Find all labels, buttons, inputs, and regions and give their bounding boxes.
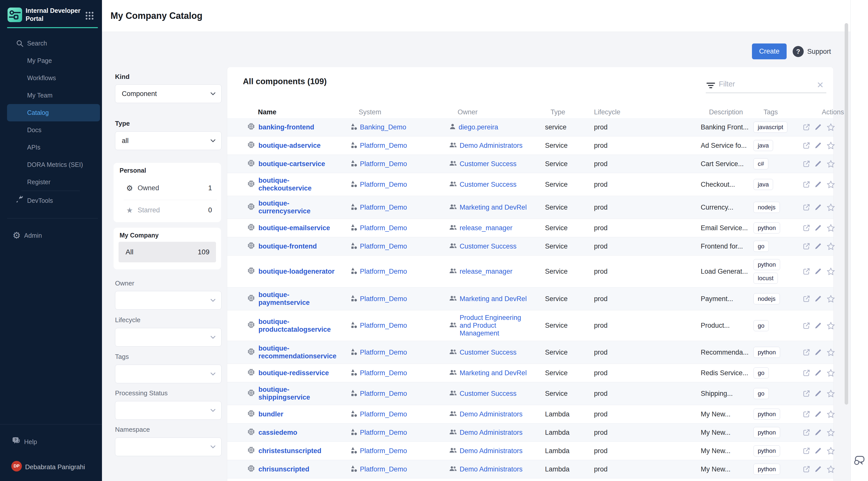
edit-pencil-icon[interactable] [814, 390, 823, 397]
type-select[interactable]: all [115, 131, 221, 150]
star-icon[interactable] [827, 295, 835, 303]
namespace-select[interactable] [115, 438, 221, 456]
open-in-new-icon[interactable] [802, 160, 810, 168]
star-icon[interactable] [827, 410, 835, 418]
column-header-name[interactable]: Name [227, 108, 350, 116]
star-icon[interactable] [827, 142, 835, 150]
owner-link[interactable]: Customer Success [460, 349, 517, 356]
sidebar-item-admin[interactable]: ⚙ Admin [0, 228, 102, 243]
system-link[interactable]: Platform_Demo [360, 295, 407, 303]
open-in-new-icon[interactable] [802, 267, 810, 275]
component-link[interactable]: boutique-productcatalogservice [258, 318, 337, 333]
open-in-new-icon[interactable] [802, 410, 810, 418]
owner-link[interactable]: Product Engineering and Product Manageme… [460, 314, 534, 337]
system-link[interactable]: Platform_Demo [360, 268, 407, 275]
column-header-tags[interactable]: Tags [753, 108, 802, 116]
component-link[interactable]: boutique-checkoutservice [258, 177, 337, 192]
open-in-new-icon[interactable] [802, 390, 810, 397]
component-link[interactable]: boutique-cartservice [258, 160, 325, 168]
owner-link[interactable]: Demo Administrators [460, 142, 523, 150]
system-link[interactable]: Platform_Demo [360, 429, 407, 437]
column-header-type[interactable]: Type [545, 108, 594, 116]
column-header-lifecycle[interactable]: Lifecycle [594, 108, 701, 116]
column-header-owner[interactable]: Owner [449, 108, 545, 116]
create-button[interactable]: Create [752, 43, 786, 59]
component-link[interactable]: cassiedemo [258, 429, 298, 437]
component-link[interactable]: boutique-paymentservice [258, 291, 337, 307]
edit-pencil-icon[interactable] [814, 203, 823, 211]
processing-status-select[interactable] [115, 401, 221, 420]
edit-pencil-icon[interactable] [814, 322, 823, 330]
edit-pencil-icon[interactable] [814, 123, 823, 131]
component-link[interactable]: boutique-redisservice [258, 369, 329, 377]
system-link[interactable]: Platform_Demo [360, 142, 407, 150]
question-icon[interactable]: ? [793, 46, 804, 57]
open-in-new-icon[interactable] [802, 428, 810, 437]
sidebar-item-apis[interactable]: APIs [0, 139, 102, 156]
open-in-new-icon[interactable] [802, 447, 810, 455]
star-icon[interactable] [827, 447, 835, 455]
component-link[interactable]: boutique-emailservice [258, 224, 330, 232]
edit-pencil-icon[interactable] [814, 295, 823, 303]
sidebar-item-my-team[interactable]: My Team [0, 87, 102, 104]
edit-pencil-icon[interactable] [814, 142, 823, 150]
owner-link[interactable]: Customer Success [460, 181, 517, 188]
edit-pencil-icon[interactable] [814, 369, 823, 377]
open-in-new-icon[interactable] [802, 180, 810, 188]
user-name[interactable]: Debabrata Panigrahi [25, 463, 85, 471]
kind-select[interactable]: Component [115, 85, 221, 103]
star-icon[interactable] [827, 465, 835, 473]
lifecycle-select[interactable] [115, 328, 221, 347]
sidebar-item-docs[interactable]: Docs [0, 121, 102, 139]
component-link[interactable]: bundler [258, 410, 283, 418]
component-link[interactable]: boutique-adservice [258, 142, 321, 150]
star-icon[interactable] [827, 123, 835, 131]
sidebar-item-catalog[interactable]: Catalog [7, 104, 100, 121]
system-link[interactable]: Platform_Demo [360, 322, 407, 329]
component-link[interactable]: banking-frontend [258, 123, 314, 131]
owner-link[interactable]: Marketing and DevRel [460, 295, 527, 303]
filter-owned-row[interactable]: ⚙ Owned 1 [114, 178, 221, 198]
edit-pencil-icon[interactable] [814, 348, 823, 356]
owner-link[interactable]: release_manager [460, 268, 513, 275]
owner-link[interactable]: Customer Success [460, 242, 517, 250]
apps-grid-icon[interactable] [86, 12, 94, 20]
star-icon[interactable] [827, 428, 835, 437]
component-link[interactable]: boutique-loadgenerator [258, 268, 335, 275]
star-icon[interactable] [827, 267, 835, 275]
component-link[interactable]: christestunscripted [258, 447, 321, 455]
star-icon[interactable] [827, 160, 835, 168]
sidebar-item-help[interactable]: ? Help [0, 434, 102, 449]
system-link[interactable]: Platform_Demo [360, 181, 407, 188]
edit-pencil-icon[interactable] [814, 447, 823, 455]
system-link[interactable]: Platform_Demo [360, 242, 407, 250]
sidebar-item-my-page[interactable]: My Page [0, 52, 102, 69]
system-link[interactable]: Platform_Demo [360, 465, 407, 473]
open-in-new-icon[interactable] [802, 224, 810, 232]
owner-link[interactable]: Demo Administrators [460, 429, 523, 437]
star-icon[interactable] [827, 322, 835, 330]
edit-pencil-icon[interactable] [814, 428, 823, 437]
system-link[interactable]: Platform_Demo [360, 204, 407, 211]
edit-pencil-icon[interactable] [814, 267, 823, 275]
column-header-description[interactable]: Description [701, 108, 753, 116]
system-link[interactable]: Platform_Demo [360, 349, 407, 356]
open-in-new-icon[interactable] [802, 142, 810, 150]
owner-link[interactable]: Marketing and DevRel [460, 204, 527, 211]
edit-pencil-icon[interactable] [814, 242, 823, 250]
edit-pencil-icon[interactable] [814, 224, 823, 232]
filter-all-row[interactable]: All 109 [119, 242, 216, 262]
filter-input[interactable] [718, 80, 812, 88]
vertical-scrollbar[interactable] [845, 23, 848, 404]
chat-bubbles-icon[interactable] [854, 455, 865, 467]
edit-pencil-icon[interactable] [814, 180, 823, 188]
tags-select[interactable] [115, 365, 221, 383]
owner-link[interactable]: Demo Administrators [460, 410, 523, 418]
sidebar-item-register[interactable]: Register [0, 173, 102, 191]
owner-link[interactable]: Demo Administrators [460, 447, 523, 455]
edit-pencil-icon[interactable] [814, 160, 823, 168]
clear-filter-icon[interactable]: ✕ [817, 81, 824, 89]
system-link[interactable]: Platform_Demo [360, 447, 407, 455]
owner-link[interactable]: Demo Administrators [460, 465, 523, 473]
sidebar-item-workflows[interactable]: Workflows [0, 69, 102, 87]
